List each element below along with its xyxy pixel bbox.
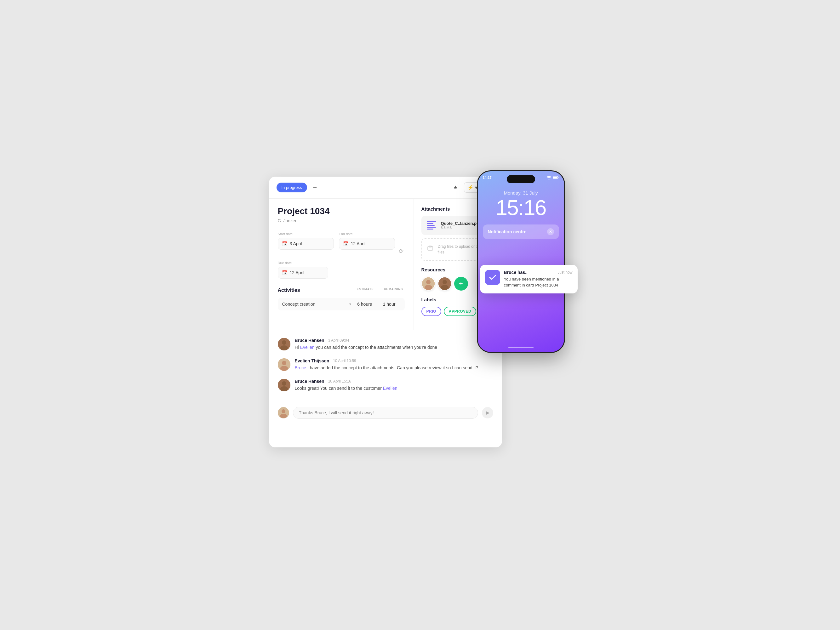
activity-name: Concept creation	[282, 302, 347, 307]
activities-section: Activities ESTIMATE REMAINING Concept cr…	[278, 287, 405, 310]
card-left: Project 1034 C. Janzen Start date 📅 3 Ap…	[269, 198, 414, 330]
comment-time-2: 10 April 10:59	[333, 359, 356, 363]
add-resource-button[interactable]: +	[454, 277, 468, 291]
estimate-col-header: ESTIMATE	[354, 287, 376, 291]
phone-time-small: 14:17	[483, 176, 492, 180]
comment-mention-3: Evelien	[383, 386, 398, 391]
remaining-col-header: REMAINING	[383, 287, 405, 291]
phone-date: Monday, 31 July	[478, 190, 564, 195]
avatar-current-user	[278, 407, 289, 419]
end-date-value: 12 April	[351, 241, 366, 246]
phone-container: 14:17 Monday, 31 July 15:16	[477, 170, 572, 372]
svg-point-20	[548, 178, 549, 180]
svg-point-12	[282, 361, 286, 365]
phone-clock: 15:16	[478, 197, 564, 218]
svg-point-9	[282, 340, 286, 345]
comment-time-1: 3 April 09:04	[328, 338, 349, 343]
avatar-bruce-1	[278, 338, 291, 350]
comment-mention-2: Bruce	[295, 365, 306, 370]
comment-2: Evelien Thijssen 10 April 10:59 Bruce I …	[278, 358, 493, 371]
refresh-button[interactable]: ⟳	[398, 247, 405, 256]
svg-point-10	[280, 345, 288, 350]
notification-time: Just now	[557, 270, 572, 274]
start-date-field: Start date 📅 3 April	[278, 232, 334, 250]
due-date-label: Due date	[278, 261, 405, 265]
svg-point-3	[426, 280, 431, 284]
start-date-input[interactable]: 📅 3 April	[278, 238, 334, 250]
start-end-dates: Start date 📅 3 April End date 📅 12 April	[278, 232, 395, 250]
comment-author-1: Bruce Hansen	[295, 338, 324, 343]
phone-lock-content: Monday, 31 July 15:16 Notification centr…	[478, 190, 564, 239]
next-button[interactable]: →	[312, 184, 318, 191]
start-date-value: 3 April	[290, 241, 302, 246]
phone-home-indicator	[508, 347, 534, 348]
activity-remaining: 1 hour	[378, 302, 400, 307]
comment-body-1: Bruce Hansen 3 April 09:04 Hi Evelien yo…	[295, 338, 493, 351]
col-headers: ESTIMATE REMAINING	[354, 287, 405, 291]
comment-body-3: Bruce Hansen 10 April 15:16 Looks great!…	[295, 379, 493, 392]
phone-frame: 14:17 Monday, 31 July 15:16	[477, 170, 565, 353]
comment-input-field[interactable]	[293, 407, 478, 419]
avatar-bruce-3	[278, 379, 291, 391]
svg-point-4	[425, 285, 432, 290]
project-card: In progress → ★ ⚡ ▾ ✕ Project 1034 C. Ja…	[269, 176, 502, 447]
label-approved[interactable]: APPROVED	[444, 307, 476, 316]
comments-section: Bruce Hansen 3 April 09:04 Hi Evelien yo…	[269, 330, 502, 407]
avatar-evelien	[422, 277, 435, 291]
bookmark-button[interactable]: ★	[450, 183, 461, 192]
comment-text-1: Hi Evelien you can add the concept to th…	[295, 344, 493, 351]
comment-text-2: Bruce I have added the concept to the at…	[295, 365, 493, 371]
notification-icon	[485, 270, 500, 285]
notification-center-close[interactable]: ✕	[547, 228, 554, 235]
project-owner: C. Janzen	[278, 218, 405, 223]
comment-mention-1: Evelien	[300, 345, 315, 350]
scene: In progress → ★ ⚡ ▾ ✕ Project 1034 C. Ja…	[269, 170, 572, 460]
send-button[interactable]: ▶	[482, 407, 493, 419]
label-prio[interactable]: PRIO	[422, 307, 441, 316]
start-date-label: Start date	[278, 232, 334, 236]
svg-point-15	[282, 381, 286, 386]
comment-author-3: Bruce Hansen	[295, 379, 324, 384]
status-button[interactable]: In progress	[276, 183, 307, 192]
calendar-icon-end: 📅	[343, 241, 348, 246]
svg-point-18	[281, 409, 285, 413]
end-date-input[interactable]: 📅 12 April	[339, 238, 395, 250]
avatar-evelien-2	[278, 358, 291, 371]
svg-point-13	[280, 366, 288, 371]
notification-center-bar: Notification centre ✕	[483, 224, 559, 239]
notification-content: Bruce has.. Just now You have been menti…	[504, 270, 573, 288]
svg-point-19	[280, 414, 287, 418]
activity-estimate: 6 hours	[354, 302, 376, 307]
svg-point-16	[280, 386, 288, 391]
avatar-bruce	[438, 277, 452, 291]
calendar-icon-due: 📅	[282, 270, 287, 275]
activities-header: Activities ESTIMATE REMAINING	[278, 287, 405, 293]
notification-center-title: Notification centre	[488, 229, 527, 234]
comment-header-3: Bruce Hansen 10 April 15:16	[295, 379, 493, 384]
end-date-field: End date 📅 12 April	[339, 232, 395, 250]
file-icon	[426, 220, 437, 231]
comment-header-1: Bruce Hansen 3 April 09:04	[295, 338, 493, 343]
notification-title: Bruce has..	[504, 270, 527, 275]
comment-body-2: Evelien Thijssen 10 April 10:59 Bruce I …	[295, 358, 493, 371]
upload-icon	[426, 245, 434, 254]
lightning-icon: ⚡	[467, 184, 474, 191]
wifi-icon	[546, 176, 551, 180]
card-header: In progress → ★ ⚡ ▾ ✕	[269, 176, 502, 198]
project-title: Project 1034	[278, 206, 405, 216]
end-date-label: End date	[339, 232, 395, 236]
comment-1: Bruce Hansen 3 April 09:04 Hi Evelien yo…	[278, 338, 493, 351]
phone-icons	[546, 176, 559, 180]
notification-body: You have been mentioned in a comment in …	[504, 276, 573, 288]
activity-dropdown-icon[interactable]: ▾	[349, 302, 351, 306]
battery-icon	[553, 176, 559, 180]
svg-rect-22	[553, 176, 557, 178]
comment-author-2: Evelien Thijssen	[295, 358, 330, 363]
activity-row: Concept creation ▾ 6 hours 1 hour	[278, 298, 405, 310]
notification-header: Bruce has.. Just now	[504, 270, 573, 275]
due-date-value: 12 April	[290, 270, 305, 275]
comment-input-row: ▶	[269, 407, 502, 425]
due-date-input[interactable]: 📅 12 April	[278, 267, 328, 279]
dates-section: Start date 📅 3 April End date 📅 12 April	[278, 232, 405, 256]
calendar-icon: 📅	[282, 241, 287, 246]
